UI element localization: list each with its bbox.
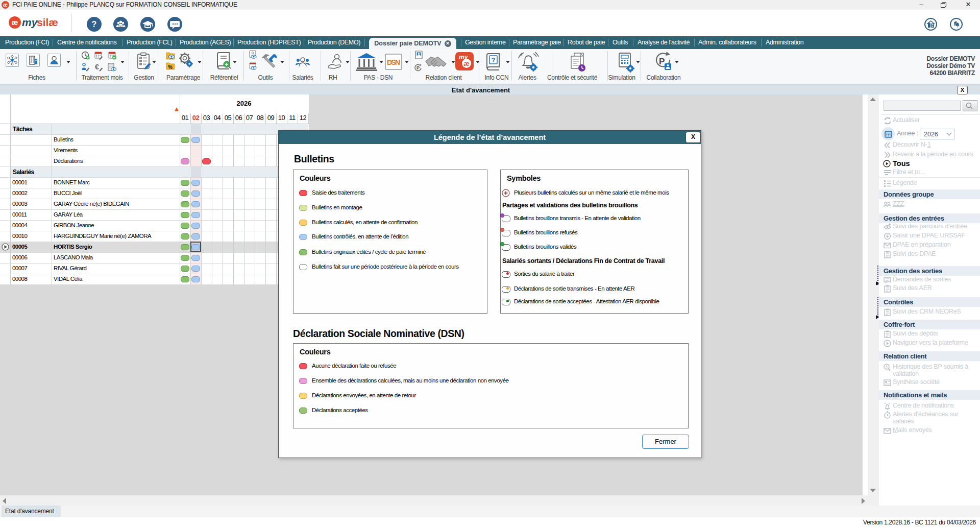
svg-text:æ: æ [463, 60, 470, 67]
svg-text:€: € [95, 63, 99, 71]
svg-text:æ: æ [12, 18, 18, 27]
svg-text:P: P [659, 57, 665, 66]
svg-text:?: ? [492, 56, 496, 64]
svg-text:my: my [22, 16, 38, 28]
svg-text:silæ: silæ [37, 16, 58, 28]
svg-text:DSN: DSN [387, 58, 400, 66]
svg-text:P: P [416, 65, 420, 70]
svg-text:%: % [168, 64, 173, 70]
